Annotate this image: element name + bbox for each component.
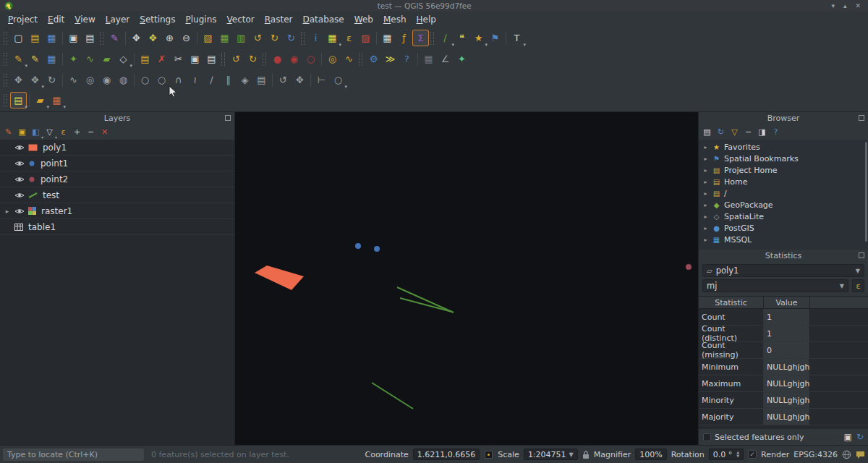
trim-extend-icon[interactable]: ⊢ <box>314 72 329 88</box>
add-line-feature-icon[interactable]: ∿ <box>82 51 98 67</box>
expander-icon[interactable]: ▸ <box>702 225 709 232</box>
show-properties-widget-icon[interactable]: ◨ <box>756 126 768 138</box>
zoom-full-icon[interactable]: ▧ <box>200 30 216 46</box>
expander-icon[interactable]: ▸ <box>702 190 709 197</box>
menu-settings[interactable]: Settings <box>135 13 180 26</box>
magnifier-box[interactable]: 100% <box>635 449 666 460</box>
show-spatial-bookmarks-icon[interactable]: ⚑ <box>488 30 503 46</box>
redo-icon[interactable]: ↻ <box>245 51 260 67</box>
visibility-eye-icon[interactable] <box>14 208 25 215</box>
offset-point-symbol-icon[interactable]: ✥ <box>292 72 307 88</box>
shape-digitizing-icon[interactable]: ○▾ <box>331 72 346 88</box>
stat-row-count-missing[interactable]: Count (missing)0 <box>699 342 868 359</box>
layer-row-point2[interactable]: point2 <box>0 171 234 187</box>
new-print-layout-icon[interactable]: ▣ <box>66 30 81 46</box>
toolbar-drag-handle[interactable] <box>100 32 103 45</box>
add-polygon-feature-icon[interactable]: ▰ <box>99 51 114 67</box>
filter-by-expression-icon[interactable]: ε <box>57 126 69 138</box>
simplify-feature-icon[interactable]: ∿ <box>66 72 81 88</box>
expander-icon[interactable]: ▸ <box>702 179 709 185</box>
float-panel-icon[interactable] <box>225 115 231 121</box>
menu-edit[interactable]: Edit <box>43 13 69 26</box>
metasearch-icon[interactable]: ✦ <box>454 51 469 67</box>
map-canvas[interactable] <box>235 112 698 445</box>
refresh-browser-icon[interactable]: ↻ <box>715 126 727 138</box>
float-panel-icon[interactable] <box>859 115 864 121</box>
browser-item-postgis[interactable]: ▸●PostGIS <box>699 222 868 234</box>
open-layer-styling-icon[interactable]: ✎ <box>2 126 14 138</box>
zoom-in-icon[interactable]: ⊕ <box>162 30 177 46</box>
split-parts-icon[interactable]: ∥ <box>221 72 236 88</box>
vertex-tool-icon[interactable]: ◇▾ <box>116 51 131 67</box>
enable-tracing-icon[interactable]: ∿ <box>341 51 357 67</box>
selected-features-only-checkbox[interactable] <box>703 433 711 441</box>
zoom-next-icon[interactable]: ↻ <box>267 30 282 46</box>
move-feature-icon[interactable]: ✥ <box>11 72 26 88</box>
statistics-layer-combo[interactable]: ▱ poly1 ▼ <box>702 264 864 277</box>
layer-row-table1[interactable]: table1 <box>0 219 234 235</box>
plugin-manager-icon[interactable]: ▦ <box>421 51 436 67</box>
new-project-icon[interactable]: ▢ <box>11 30 26 46</box>
expand-all-icon[interactable]: + <box>71 126 83 138</box>
add-vector-layer-icon[interactable]: ▰▾ <box>33 93 48 108</box>
browser-item-home[interactable]: ▸▤Home <box>699 176 868 187</box>
browser-item-spatial-bookmarks[interactable]: ▸⚑Spatial Bookmarks <box>699 153 868 164</box>
zoom-to-selection-icon[interactable]: ▦ <box>217 30 232 46</box>
help-contents-icon[interactable]: ? <box>399 51 414 67</box>
expander-icon[interactable]: ▸ <box>702 213 709 220</box>
collapse-all-icon[interactable]: − <box>742 126 754 138</box>
menu-vector[interactable]: Vector <box>222 13 260 26</box>
toolbar-drag-handle[interactable] <box>359 53 362 66</box>
expander-icon[interactable]: ▸ <box>702 167 709 174</box>
layer-row-poly1[interactable]: poly1 <box>0 140 234 156</box>
menu-mesh[interactable]: Mesh <box>378 13 412 26</box>
identify-features-icon[interactable]: i <box>308 30 323 46</box>
filter-legend-icon[interactable]: ▽▾ <box>43 126 56 138</box>
save-project-icon[interactable]: ▦ <box>44 30 59 46</box>
expander-icon[interactable]: ▸ <box>702 144 709 150</box>
cad-floater-icon[interactable]: ○ <box>303 51 318 67</box>
menu-web[interactable]: Web <box>349 13 378 26</box>
python-console-icon[interactable]: ≫ <box>383 51 398 67</box>
refresh-map-icon[interactable]: ↻ <box>284 30 299 46</box>
toolbar-drag-handle[interactable] <box>4 32 7 45</box>
stat-row-count[interactable]: Count1 <box>699 309 868 326</box>
new-spatial-bookmark-icon[interactable]: ★▾ <box>471 30 486 46</box>
manage-map-themes-icon[interactable]: ◧▾ <box>30 126 42 138</box>
open-attribute-table-icon[interactable]: ▦ <box>380 30 395 46</box>
expander-icon[interactable]: ▸ <box>702 156 709 162</box>
show-layout-manager-icon[interactable]: ▤ <box>82 30 98 46</box>
expander-icon[interactable]: ▸ <box>702 237 709 243</box>
browser-help-icon[interactable]: ? <box>770 126 782 138</box>
menu-layer[interactable]: Layer <box>101 13 135 26</box>
visibility-eye-icon[interactable] <box>14 192 25 199</box>
zoom-out-icon[interactable]: ⊖ <box>179 30 194 46</box>
stat-row-minority[interactable]: MinorityNULLghjgh <box>699 392 868 409</box>
modify-attributes-icon[interactable]: ▤ <box>137 51 153 67</box>
processing-toolbox-icon[interactable]: ⚙ <box>366 51 381 67</box>
collapse-all-icon[interactable]: − <box>85 126 97 138</box>
menu-database[interactable]: Database <box>297 13 349 26</box>
fill-ring-icon[interactable]: ◍ <box>116 72 131 88</box>
add-selected-layers-icon[interactable]: ▤ <box>701 126 713 138</box>
text-annotation-icon[interactable]: T▾ <box>509 30 524 46</box>
crs-globe-icon[interactable] <box>842 450 851 459</box>
style-manager-icon[interactable]: ✎ <box>107 30 122 46</box>
toolbar-drag-handle[interactable] <box>4 74 7 87</box>
browser-item-spatialite[interactable]: ▸◇SpatiaLite <box>699 211 868 222</box>
zoom-last-icon[interactable]: ↺ <box>250 30 265 46</box>
copy-features-icon[interactable]: ▣ <box>187 51 203 67</box>
toolbar-drag-handle[interactable] <box>301 32 305 45</box>
offset-curve-icon[interactable]: ≀ <box>187 72 203 88</box>
render-checkbox[interactable]: ✓ <box>748 450 757 459</box>
browser-item-root[interactable]: ▸▤/ <box>699 187 868 199</box>
merge-attributes-icon[interactable]: ▤ <box>254 72 269 88</box>
cut-features-icon[interactable]: ✂ <box>171 51 186 67</box>
undo-icon[interactable]: ↺ <box>229 51 244 67</box>
toolbar-drag-handle[interactable] <box>4 53 7 66</box>
select-by-expression-icon[interactable]: ε <box>341 30 357 46</box>
menu-plugins[interactable]: Plugins <box>181 13 222 26</box>
visibility-eye-icon[interactable] <box>14 176 25 183</box>
zoom-to-layer-icon[interactable]: ▥ <box>234 30 249 46</box>
stat-row-majority[interactable]: MajorityNULLghjgh <box>699 409 868 425</box>
